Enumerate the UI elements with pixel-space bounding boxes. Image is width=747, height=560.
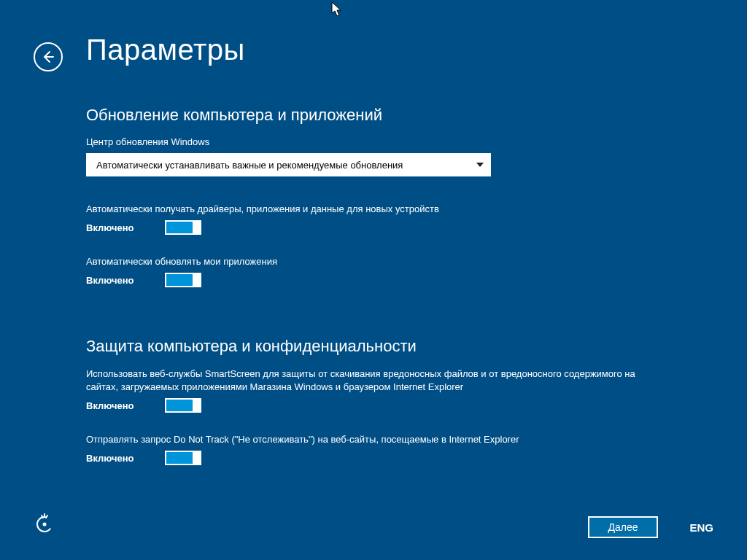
svg-point-1	[43, 523, 47, 526]
option-description: Отправлять запрос Do Not Track ("Не отсл…	[86, 433, 662, 446]
footer: Далее ENG	[0, 509, 747, 538]
chevron-down-icon	[476, 163, 484, 167]
toggle-smartscreen[interactable]	[165, 398, 201, 413]
arrow-left-icon	[41, 50, 55, 64]
toggle-knob	[193, 220, 201, 235]
toggle-state-label: Включено	[86, 275, 144, 286]
toggle-auto-update-apps[interactable]	[165, 273, 201, 287]
dropdown-selected-value: Автоматически устанавливать важные и рек…	[96, 160, 403, 171]
option-smartscreen: Использовать веб-службы SmartScreen для …	[86, 368, 662, 413]
cursor-icon	[331, 1, 343, 18]
language-indicator[interactable]: ENG	[689, 516, 713, 538]
toggle-state-label: Включено	[86, 453, 144, 464]
option-auto-update-apps: Автоматически обновлять мои приложения В…	[86, 255, 662, 287]
next-button-label: Далее	[608, 521, 638, 533]
toggle-knob	[193, 273, 201, 287]
option-description: Автоматически получать драйверы, приложе…	[86, 203, 662, 216]
option-description: Автоматически обновлять мои приложения	[86, 255, 662, 268]
section-update-heading: Обновление компьютера и приложений	[86, 106, 662, 125]
toggle-knob	[193, 398, 201, 413]
next-button[interactable]: Далее	[588, 516, 658, 538]
toggle-state-label: Включено	[86, 400, 144, 411]
toggle-do-not-track[interactable]	[165, 451, 201, 465]
option-description: Использовать веб-службы SmartScreen для …	[86, 368, 662, 394]
toggle-knob	[193, 451, 201, 465]
oobe-settings-screen: Параметры Обновление компьютера и прилож…	[0, 0, 747, 560]
page-title: Параметры	[86, 34, 245, 66]
toggle-state-label: Включено	[86, 222, 144, 233]
option-auto-drivers: Автоматически получать драйверы, приложе…	[86, 203, 662, 235]
windows-update-dropdown[interactable]: Автоматически устанавливать важные и рек…	[86, 153, 491, 176]
windows-update-label: Центр обновления Windows	[86, 136, 662, 147]
section-privacy-heading: Защита компьютера и конфиденциальности	[86, 337, 662, 356]
content-area: Обновление компьютера и приложений Центр…	[86, 106, 662, 486]
back-button[interactable]	[34, 42, 63, 71]
toggle-auto-drivers[interactable]	[165, 220, 201, 235]
ease-of-access-button[interactable]	[34, 513, 55, 538]
option-do-not-track: Отправлять запрос Do Not Track ("Не отсл…	[86, 433, 662, 465]
ease-of-access-icon	[34, 513, 55, 535]
